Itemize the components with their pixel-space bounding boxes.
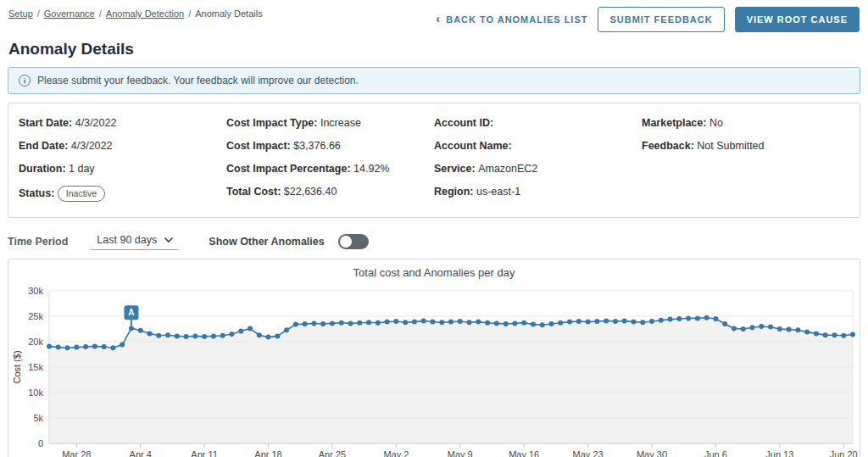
data-point[interactable] [348,320,353,326]
data-point[interactable] [293,322,298,327]
data-point[interactable] [385,320,390,325]
breadcrumb-item[interactable]: Setup [8,8,33,19]
data-point[interactable] [531,322,536,327]
data-point[interactable] [558,320,563,326]
data-point[interactable] [211,333,216,338]
data-point[interactable] [604,318,609,323]
data-point[interactable] [165,332,170,337]
data-point[interactable] [330,320,335,326]
time-period-dropdown[interactable]: Last 90 days [90,232,178,250]
data-point[interactable] [339,320,344,326]
data-point[interactable] [366,320,371,325]
data-point[interactable] [47,343,52,348]
data-point[interactable] [248,326,253,331]
data-point[interactable] [311,320,316,326]
data-point[interactable] [220,333,225,338]
data-point[interactable] [576,319,581,324]
data-point[interactable] [668,317,673,322]
data-point[interactable] [814,331,819,336]
data-point[interactable] [357,320,362,326]
data-point[interactable] [110,345,115,350]
data-point[interactable] [448,320,453,325]
data-point[interactable] [586,320,591,325]
data-point[interactable] [540,322,545,327]
data-point[interactable] [659,318,664,323]
data-point[interactable] [787,327,792,332]
data-point[interactable] [403,320,408,325]
data-point[interactable] [138,328,143,333]
data-point[interactable] [184,334,189,339]
data-point[interactable] [777,326,782,332]
data-point[interactable] [695,315,700,320]
breadcrumb-item[interactable]: Governance [44,8,95,19]
data-point[interactable] [56,345,61,350]
data-point[interactable] [229,332,234,337]
data-point[interactable] [102,344,107,349]
data-point[interactable] [74,345,79,350]
data-point[interactable] [202,334,207,339]
submit-feedback-button[interactable]: SUBMIT FEEDBACK [598,7,724,32]
data-point[interactable] [622,318,627,323]
breadcrumb-item[interactable]: Anomaly Detection [106,8,184,19]
data-point[interactable] [275,333,280,338]
data-point[interactable] [768,325,773,330]
data-point[interactable] [741,326,746,332]
data-point[interactable] [376,320,381,326]
data-point[interactable] [303,321,308,326]
back-to-anomalies-link[interactable]: ‹ BACK TO ANOMALIES LIST [436,14,587,25]
data-point[interactable] [65,345,70,350]
data-point[interactable] [421,318,426,323]
data-point[interactable] [504,321,509,326]
show-other-anomalies-toggle[interactable] [338,234,369,249]
data-point[interactable] [567,320,572,325]
data-point[interactable] [412,320,417,325]
data-point[interactable] [594,319,599,324]
data-point[interactable] [485,320,490,326]
data-point[interactable] [393,319,398,324]
data-point[interactable] [120,343,125,348]
data-point[interactable] [476,320,481,325]
data-point[interactable] [649,319,654,324]
data-point[interactable] [631,320,636,325]
data-point[interactable] [549,321,554,326]
data-point[interactable] [129,326,134,331]
data-point[interactable] [676,316,682,321]
data-point[interactable] [722,321,727,326]
x-tick-label: Jun 20 [830,449,858,457]
data-point[interactable] [458,319,463,324]
data-point[interactable] [320,321,326,326]
cost-anomalies-chart[interactable]: 05k10k15k20k25k30kMar 28Apr 4Apr 11Apr 1… [8,284,861,457]
data-point[interactable] [257,332,262,337]
data-point[interactable] [759,324,764,329]
data-point[interactable] [512,320,517,326]
data-point[interactable] [430,320,435,325]
data-point[interactable] [92,343,97,348]
data-point[interactable] [439,320,444,325]
data-point[interactable] [832,332,837,337]
data-point[interactable] [841,333,846,338]
data-point[interactable] [804,330,810,335]
view-root-cause-button[interactable]: VIEW ROOT CAUSE [735,7,860,32]
data-point[interactable] [284,327,289,332]
data-point[interactable] [192,333,198,338]
data-point[interactable] [795,327,800,332]
data-point[interactable] [467,320,472,325]
data-point[interactable] [850,332,855,337]
data-point[interactable] [175,333,180,338]
data-point[interactable] [613,319,618,324]
data-point[interactable] [823,332,828,337]
data-point[interactable] [156,333,161,338]
data-point[interactable] [686,315,691,320]
data-point[interactable] [732,326,737,331]
detail-value: $22,636.40 [284,186,337,198]
data-point[interactable] [238,328,243,333]
data-point[interactable] [640,320,645,325]
data-point[interactable] [704,315,709,320]
data-point[interactable] [266,335,271,340]
data-point[interactable] [494,320,499,326]
data-point[interactable] [83,344,88,349]
data-point[interactable] [147,331,153,336]
data-point[interactable] [713,316,718,321]
data-point[interactable] [521,320,526,326]
data-point[interactable] [750,325,755,330]
